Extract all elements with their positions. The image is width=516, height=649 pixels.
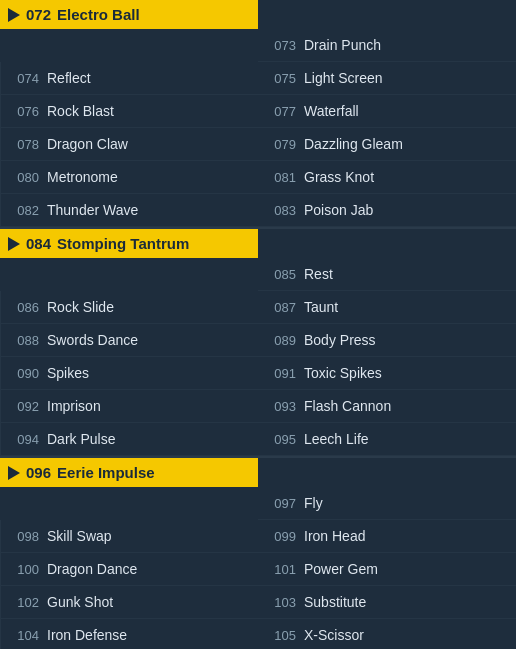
list-item[interactable]: 086Rock Slide [0, 291, 258, 324]
move-name: Drain Punch [304, 37, 381, 53]
list-item[interactable]: 099Iron Head [258, 520, 516, 553]
move-name: Toxic Spikes [304, 365, 382, 381]
list-item[interactable]: 095Leech Life [258, 423, 516, 456]
list-item[interactable]: 073Drain Punch [258, 29, 516, 62]
list-item[interactable]: 076Rock Blast [0, 95, 258, 128]
move-number: 094 [11, 432, 39, 447]
section-header-2[interactable]: 096Eerie Impulse [0, 458, 258, 487]
move-number: 090 [11, 366, 39, 381]
move-number: 078 [11, 137, 39, 152]
move-name: Waterfall [304, 103, 359, 119]
moves-grid-0: 073Drain Punch074Reflect075Light Screen0… [0, 29, 516, 227]
list-item[interactable]: 077Waterfall [258, 95, 516, 128]
header-name: Stomping Tantrum [57, 235, 189, 252]
move-number: 098 [11, 529, 39, 544]
list-item[interactable]: 101Power Gem [258, 553, 516, 586]
list-item[interactable]: 102Gunk Shot [0, 586, 258, 619]
list-item[interactable]: 091Toxic Spikes [258, 357, 516, 390]
move-name: Taunt [304, 299, 338, 315]
move-name: X-Scissor [304, 627, 364, 643]
move-name: Iron Defense [47, 627, 127, 643]
move-name: Grass Knot [304, 169, 374, 185]
move-name: Swords Dance [47, 332, 138, 348]
section-2: 096Eerie Impulse097Fly098Skill Swap099Ir… [0, 458, 516, 649]
move-name: Substitute [304, 594, 366, 610]
move-name: Poison Jab [304, 202, 373, 218]
list-item[interactable]: 103Substitute [258, 586, 516, 619]
move-name: Rock Blast [47, 103, 114, 119]
move-name: Reflect [47, 70, 91, 86]
move-number: 101 [268, 562, 296, 577]
section-header-1[interactable]: 084Stomping Tantrum [0, 229, 258, 258]
list-item[interactable]: 093Flash Cannon [258, 390, 516, 423]
move-number: 089 [268, 333, 296, 348]
move-name: Dazzling Gleam [304, 136, 403, 152]
move-number: 082 [11, 203, 39, 218]
move-number: 086 [11, 300, 39, 315]
move-number: 081 [268, 170, 296, 185]
move-number: 077 [268, 104, 296, 119]
move-number: 075 [268, 71, 296, 86]
move-number: 091 [268, 366, 296, 381]
list-item[interactable]: 100Dragon Dance [0, 553, 258, 586]
move-number: 105 [268, 628, 296, 643]
move-number: 093 [268, 399, 296, 414]
move-name: Fly [304, 495, 323, 511]
list-item[interactable]: 089Body Press [258, 324, 516, 357]
header-number: 072 [26, 6, 51, 23]
move-number: 095 [268, 432, 296, 447]
move-number: 087 [268, 300, 296, 315]
list-item[interactable]: 083Poison Jab [258, 194, 516, 227]
move-number: 092 [11, 399, 39, 414]
move-name: Leech Life [304, 431, 369, 447]
header-number: 096 [26, 464, 51, 481]
move-number: 074 [11, 71, 39, 86]
list-item[interactable]: 079Dazzling Gleam [258, 128, 516, 161]
list-item[interactable]: 090Spikes [0, 357, 258, 390]
move-name: Gunk Shot [47, 594, 113, 610]
list-item[interactable]: 087Taunt [258, 291, 516, 324]
move-name: Rest [304, 266, 333, 282]
list-item[interactable]: 104Iron Defense [0, 619, 258, 649]
move-name: Thunder Wave [47, 202, 138, 218]
list-item[interactable]: 098Skill Swap [0, 520, 258, 553]
list-item[interactable]: 092Imprison [0, 390, 258, 423]
move-number: 083 [268, 203, 296, 218]
move-name: Dark Pulse [47, 431, 115, 447]
move-number: 097 [268, 496, 296, 511]
list-item[interactable]: 105X-Scissor [258, 619, 516, 649]
move-number: 104 [11, 628, 39, 643]
play-icon [8, 8, 20, 22]
move-number: 088 [11, 333, 39, 348]
list-item[interactable]: 078Dragon Claw [0, 128, 258, 161]
list-item[interactable]: 088Swords Dance [0, 324, 258, 357]
moves-grid-1: 085Rest086Rock Slide087Taunt088Swords Da… [0, 258, 516, 456]
move-name: Flash Cannon [304, 398, 391, 414]
move-list: 072Electro Ball073Drain Punch074Reflect0… [0, 0, 516, 649]
move-number: 099 [268, 529, 296, 544]
header-number: 084 [26, 235, 51, 252]
move-name: Iron Head [304, 528, 365, 544]
move-name: Spikes [47, 365, 89, 381]
list-item[interactable]: 081Grass Knot [258, 161, 516, 194]
list-item[interactable]: 080Metronome [0, 161, 258, 194]
move-number: 085 [268, 267, 296, 282]
section-header-0[interactable]: 072Electro Ball [0, 0, 258, 29]
move-name: Power Gem [304, 561, 378, 577]
list-item[interactable]: 074Reflect [0, 62, 258, 95]
section-header-row-2: 096Eerie Impulse [0, 458, 516, 487]
move-number: 079 [268, 137, 296, 152]
header-name: Eerie Impulse [57, 464, 155, 481]
list-item[interactable]: 097Fly [258, 487, 516, 520]
header-name: Electro Ball [57, 6, 140, 23]
list-item[interactable]: 082Thunder Wave [0, 194, 258, 227]
list-item[interactable]: 075Light Screen [258, 62, 516, 95]
move-number: 080 [11, 170, 39, 185]
move-name: Dragon Claw [47, 136, 128, 152]
move-number: 103 [268, 595, 296, 610]
list-item[interactable]: 094Dark Pulse [0, 423, 258, 456]
move-name: Metronome [47, 169, 118, 185]
section-header-right-0 [258, 0, 516, 29]
list-item[interactable]: 085Rest [258, 258, 516, 291]
move-number: 073 [268, 38, 296, 53]
